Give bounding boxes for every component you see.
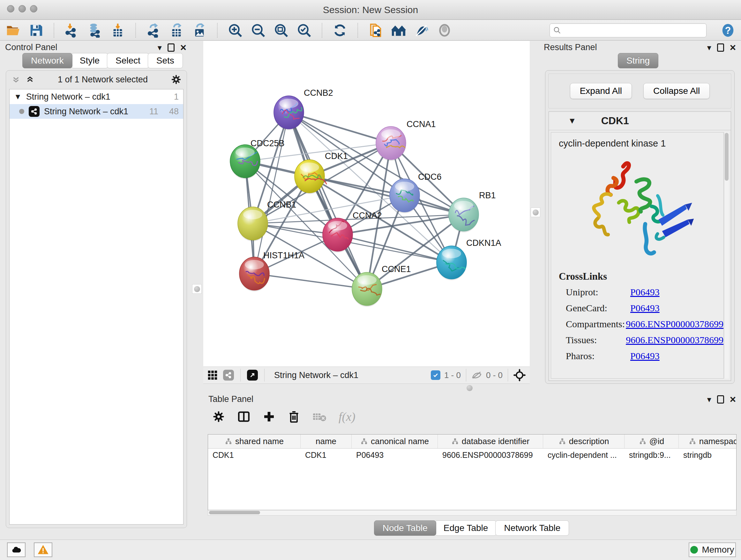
- right-splitter-handle[interactable]: [531, 207, 540, 217]
- column-header-shared-name[interactable]: shared name: [208, 435, 300, 448]
- save-session-icon[interactable]: [29, 23, 44, 38]
- node-CCNA1[interactable]: CCNA1: [376, 119, 436, 161]
- graphics-details-icon[interactable]: [391, 23, 406, 38]
- search-input[interactable]: [564, 24, 703, 37]
- network-from-file-icon[interactable]: [368, 23, 383, 38]
- column-header-database-identifier[interactable]: database identifier: [438, 435, 543, 448]
- tab-sets[interactable]: Sets: [148, 53, 183, 68]
- panel-float-icon[interactable]: [717, 44, 724, 52]
- show-columns-icon[interactable]: [237, 410, 251, 423]
- crosslink-link[interactable]: P06493: [630, 287, 660, 298]
- node-CDC25B[interactable]: CDC25B: [230, 138, 285, 179]
- node-label-CCNA1: CCNA1: [407, 119, 436, 129]
- panel-close-icon[interactable]: ×: [730, 394, 736, 405]
- selected-checkbox-icon[interactable]: [431, 370, 441, 380]
- network-canvas[interactable]: CCNB2CCNA1CDC25BCDK1CDC6RB1CCNB1CCNA2CDK…: [203, 41, 530, 367]
- column-header-@id[interactable]: @id: [624, 435, 679, 448]
- column-header-canonical-name[interactable]: canonical name: [352, 435, 438, 448]
- zoom-fit-icon[interactable]: [274, 23, 288, 38]
- delete-column-trash-icon[interactable]: [287, 410, 300, 423]
- node-count: 11: [149, 107, 158, 117]
- warning-icon: [37, 544, 49, 556]
- panel-float-icon[interactable]: [717, 395, 724, 403]
- network-collection-row[interactable]: ▼ String Network – cdk1 1: [10, 89, 183, 104]
- table-options-gear-icon[interactable]: [212, 410, 225, 423]
- function-builder-icon[interactable]: f(x): [339, 410, 355, 424]
- import-network-from-database-icon[interactable]: [87, 23, 102, 38]
- node-CCNB2[interactable]: CCNB2: [274, 88, 333, 130]
- node-HIST1H1A[interactable]: HIST1H1A: [239, 251, 305, 292]
- window-close-icon[interactable]: [7, 5, 14, 12]
- entry-expander-icon[interactable]: ▼: [568, 116, 576, 126]
- column-header-namespace[interactable]: namespace: [679, 435, 737, 448]
- zoom-selected-icon[interactable]: [297, 23, 312, 38]
- window-zoom-icon[interactable]: [30, 5, 37, 12]
- node-CDKN1A[interactable]: CDKN1A: [436, 238, 501, 280]
- table-row[interactable]: CDK1CDK1P064939606.ENSP00000378699cyclin…: [208, 449, 736, 462]
- panel-close-icon[interactable]: ×: [180, 42, 186, 53]
- zoom-in-icon[interactable]: [228, 23, 243, 38]
- export-table-icon[interactable]: [169, 23, 184, 38]
- edge-CCNB2-HIST1H1A[interactable]: [254, 112, 289, 273]
- help-icon[interactable]: ?: [721, 23, 735, 38]
- column-header-description[interactable]: description: [543, 435, 624, 448]
- collection-expander-icon[interactable]: ▼: [14, 92, 22, 101]
- collapse-all-button[interactable]: Collapse All: [643, 83, 710, 99]
- crosslink-link[interactable]: 9606.ENSP00000378699: [626, 334, 724, 346]
- hidden-eye-icon[interactable]: [471, 370, 482, 381]
- expand-all-icon[interactable]: [25, 75, 35, 84]
- network-options-gear-icon[interactable]: [171, 74, 182, 85]
- create-column-plus-icon[interactable]: [263, 410, 275, 423]
- import-network-icon[interactable]: [64, 23, 79, 38]
- hide-graphics-icon[interactable]: [414, 23, 429, 38]
- tab-select[interactable]: Select: [107, 53, 149, 68]
- memory-button[interactable]: Memory: [689, 543, 736, 557]
- search-box[interactable]: [549, 23, 706, 37]
- panel-float-icon[interactable]: [167, 44, 175, 52]
- results-scrollbar[interactable]: [724, 132, 729, 379]
- table-hscrollbar[interactable]: [208, 510, 737, 516]
- expand-all-button[interactable]: Expand All: [570, 83, 632, 99]
- node-CCNE1[interactable]: CCNE1: [352, 264, 411, 307]
- window-minimize-icon[interactable]: [18, 5, 26, 12]
- panel-menu-icon[interactable]: ▾: [707, 395, 711, 403]
- edge-HIST1H1A-CCNE1[interactable]: [254, 273, 367, 289]
- detach-view-icon[interactable]: [247, 370, 258, 381]
- panel-menu-icon[interactable]: ▾: [158, 44, 162, 52]
- crosslink-link[interactable]: P06493: [630, 351, 660, 361]
- tab-node-table[interactable]: Node Table: [374, 520, 436, 536]
- warnings-button[interactable]: [34, 543, 52, 557]
- export-image-icon[interactable]: [192, 23, 207, 38]
- tab-style[interactable]: Style: [71, 53, 108, 68]
- zoom-out-icon[interactable]: [251, 23, 266, 38]
- refresh-icon[interactable]: [333, 23, 347, 38]
- tab-network[interactable]: Network: [22, 53, 72, 68]
- string-view-icon[interactable]: [223, 370, 234, 381]
- node-table[interactable]: shared namenamecanonical namedatabase id…: [208, 434, 737, 510]
- cloud-status-button[interactable]: [7, 543, 25, 557]
- bottom-splitter-handle[interactable]: [467, 385, 473, 391]
- node-CCNB1[interactable]: CCNB1: [238, 200, 296, 241]
- network-row[interactable]: String Network – cdk1 11 48: [10, 104, 183, 119]
- export-network-icon[interactable]: [146, 23, 161, 38]
- open-session-icon[interactable]: [6, 23, 20, 38]
- tab-string[interactable]: String: [618, 53, 658, 68]
- crosslink-link[interactable]: P06493: [630, 303, 660, 314]
- collapse-all-icon[interactable]: [11, 75, 21, 84]
- fit-selection-crosshair-icon[interactable]: [513, 369, 526, 381]
- delete-table-icon[interactable]: [313, 410, 327, 423]
- node-CCNA2[interactable]: CCNA2: [323, 211, 382, 253]
- tab-network-table[interactable]: Network Table: [495, 520, 569, 536]
- import-table-icon[interactable]: [111, 23, 125, 38]
- grid-view-icon[interactable]: [207, 370, 218, 381]
- crosslink-link[interactable]: 9606.ENSP00000378699: [626, 319, 724, 329]
- edge-CCNB2-CCNE1[interactable]: [289, 112, 367, 289]
- panel-menu-icon[interactable]: ▾: [707, 44, 711, 52]
- node-RB1[interactable]: RB1: [449, 191, 496, 233]
- edge-CCNB2-CCNA1[interactable]: [289, 112, 391, 143]
- column-header-name[interactable]: name: [300, 435, 352, 448]
- tab-edge-table[interactable]: Edge Table: [435, 520, 497, 536]
- left-splitter-handle[interactable]: [192, 284, 202, 294]
- panel-close-icon[interactable]: ×: [730, 42, 736, 53]
- show-graphics-icon[interactable]: [437, 23, 452, 38]
